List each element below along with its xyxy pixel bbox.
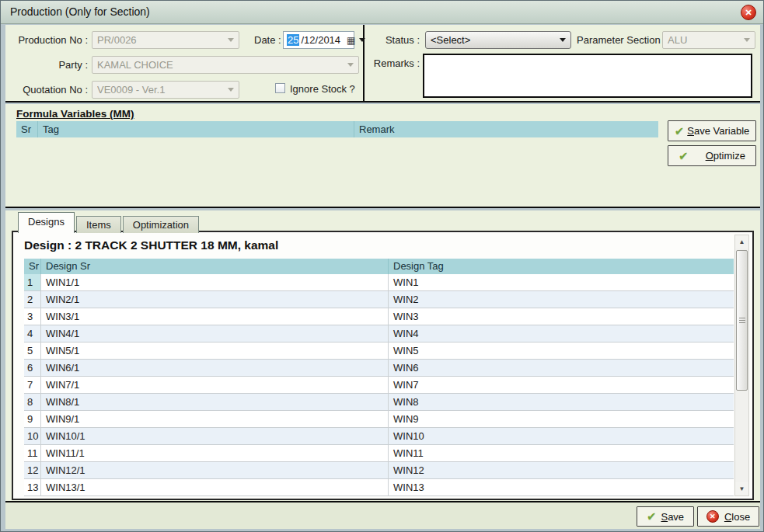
chevron-down-icon: [347, 63, 354, 67]
tab-items[interactable]: Items: [76, 216, 121, 233]
production-window: Production (Only for Section) ✕ Producti…: [0, 0, 764, 532]
check-icon: ✔: [679, 149, 689, 163]
scrollbar-thumb[interactable]: [736, 250, 748, 391]
table-row[interactable]: 10WIN10/1WIN10: [24, 428, 734, 445]
table-cell: WIN2/1: [41, 291, 389, 308]
window-title: Production (Only for Section): [10, 5, 150, 18]
remarks-label: Remarks :: [365, 57, 420, 69]
table-cell: WIN5/1: [41, 342, 389, 360]
table-row[interactable]: 6WIN6/1WIN6: [24, 360, 734, 377]
remarks-textarea[interactable]: [423, 54, 752, 98]
table-cell: WIN11: [389, 445, 734, 462]
table-row[interactable]: 13WIN13/1WIN13: [24, 479, 734, 496]
column-header-sr[interactable]: Sr: [24, 259, 41, 274]
tab-designs[interactable]: Designs: [18, 212, 75, 233]
table-row[interactable]: 2WIN2/1WIN2: [24, 291, 734, 308]
table-cell: WIN8: [389, 394, 734, 411]
status-combo[interactable]: <Select>: [425, 31, 571, 49]
party-value: KAMAL CHOICE: [97, 59, 347, 71]
table-cell: WIN9: [389, 411, 734, 428]
parameter-section-combo[interactable]: ALU: [662, 31, 755, 49]
scroll-up-button[interactable]: ▲: [735, 235, 748, 249]
tab-bar: Designs Items Optimization: [18, 212, 201, 233]
tab-section: Designs Items Optimization Design : 2 TR…: [5, 210, 760, 502]
table-cell: WIN6: [389, 360, 734, 377]
close-icon: ✕: [745, 9, 752, 17]
table-cell: WIN7/1: [41, 377, 389, 394]
save-variable-button[interactable]: ✔ Save Variable: [668, 120, 756, 141]
parameter-section-value: ALU: [668, 34, 744, 46]
close-button[interactable]: ✕ Close: [697, 506, 759, 527]
designs-table-body: 1WIN1/1WIN12WIN2/1WIN23WIN3/1WIN34WIN4/1…: [24, 274, 734, 496]
ignore-stock-checkbox[interactable]: [275, 83, 285, 93]
table-row[interactable]: 9WIN9/1WIN9: [24, 411, 734, 428]
designs-panel: Design : 2 TRACK 2 SHUTTER 18 MM, kamal …: [12, 231, 754, 500]
table-cell: WIN2: [389, 291, 734, 308]
quotation-no-value: VE0009 - Ver.1: [97, 84, 228, 96]
chevron-down-icon: [560, 38, 566, 42]
table-row[interactable]: 1WIN1/1WIN1: [24, 274, 734, 291]
chevron-down-icon: [228, 38, 234, 42]
party-combo[interactable]: KAMAL CHOICE: [92, 56, 359, 74]
status-label: Status :: [371, 34, 420, 46]
table-cell: WIN12: [389, 462, 734, 479]
save-variable-label: Save Variable: [687, 125, 749, 137]
date-day-selected: 25: [287, 34, 299, 46]
status-value: <Select>: [431, 34, 560, 46]
table-cell: 4: [24, 325, 41, 342]
table-cell: WIN4/1: [41, 325, 389, 342]
table-cell: 2: [24, 291, 41, 308]
table-cell: WIN7: [389, 377, 734, 394]
table-cell: 3: [24, 308, 41, 325]
down-arrow-icon: ▼: [739, 485, 745, 492]
table-cell: 6: [24, 360, 41, 377]
production-no-label: Production No :: [9, 34, 88, 46]
calendar-icon[interactable]: ▦: [347, 36, 355, 45]
window-close-button[interactable]: ✕: [741, 5, 756, 20]
table-row[interactable]: 12WIN12/1WIN12: [24, 462, 734, 479]
footer-bar: ✔ Save ✕ Close: [5, 502, 760, 529]
optimize-label: Optimize: [706, 150, 745, 162]
ignore-stock-label: Ignore Stock ?: [290, 83, 355, 95]
quotation-no-label: Quotation No :: [9, 84, 88, 96]
column-header-tag[interactable]: Tag: [38, 121, 354, 137]
table-row[interactable]: 7WIN7/1WIN7: [24, 377, 734, 394]
tab-optimization[interactable]: Optimization: [123, 216, 199, 233]
formula-variables-header: Sr Tag Remark: [16, 121, 658, 137]
table-cell: WIN5: [389, 342, 734, 360]
date-label: Date :: [254, 34, 281, 46]
table-row[interactable]: 5WIN5/1WIN5: [24, 342, 734, 360]
table-cell: 13: [24, 479, 41, 496]
table-cell: WIN13/1: [41, 479, 389, 496]
table-cell: WIN13: [389, 479, 734, 496]
vertical-scrollbar[interactable]: ▲ ▼: [734, 235, 749, 496]
title-bar: Production (Only for Section) ✕: [1, 1, 763, 24]
formula-variables-title: Formula Variables (MM): [16, 108, 134, 120]
party-label: Party :: [9, 59, 88, 71]
scroll-down-button[interactable]: ▼: [735, 482, 748, 495]
close-icon: ✕: [706, 510, 719, 523]
table-row[interactable]: 11WIN11/1WIN11: [24, 445, 734, 462]
table-row[interactable]: 8WIN8/1WIN8: [24, 394, 734, 411]
table-row[interactable]: 3WIN3/1WIN3: [24, 308, 734, 325]
production-no-combo[interactable]: PR/0026: [92, 31, 239, 49]
column-header-design-tag[interactable]: Design Tag: [389, 259, 734, 274]
date-input[interactable]: 25/12/2014 ▦: [283, 31, 354, 49]
column-header-design-sr[interactable]: Design Sr: [41, 259, 389, 274]
save-button[interactable]: ✔ Save: [637, 506, 694, 527]
column-header-sr[interactable]: Sr: [16, 121, 38, 137]
table-cell: 5: [24, 342, 41, 360]
optimize-button[interactable]: ✔ Optimize: [668, 145, 756, 166]
check-icon: ✔: [647, 509, 657, 523]
table-cell: WIN1/1: [41, 274, 389, 291]
save-label: Save: [661, 511, 684, 523]
parameter-section-label: Parameter Section :: [577, 34, 666, 46]
table-cell: WIN8/1: [41, 394, 389, 411]
up-arrow-icon: ▲: [739, 238, 745, 245]
table-cell: 12: [24, 462, 41, 479]
column-header-remark[interactable]: Remark: [354, 121, 658, 137]
table-row[interactable]: 4WIN4/1WIN4: [24, 325, 734, 342]
table-cell: 8: [24, 394, 41, 411]
close-label: Close: [724, 511, 750, 523]
quotation-no-combo[interactable]: VE0009 - Ver.1: [92, 81, 239, 99]
